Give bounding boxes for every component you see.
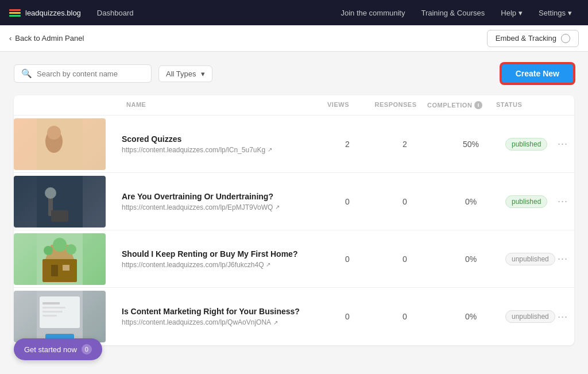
row-url: https://content.leadquizzes.com/lp/lCn_5… <box>122 146 317 154</box>
main-content: 🔍 All Types ▾ Create New NAME VIEWS RESP… <box>0 52 588 374</box>
external-link-icon[interactable]: ↗ <box>266 261 270 268</box>
settings-link[interactable]: Settings ▾ <box>532 5 579 21</box>
help-link[interactable]: Help ▾ <box>494 5 529 21</box>
row-status: unpublished <box>505 253 551 265</box>
search-input[interactable] <box>37 70 144 78</box>
svg-point-14 <box>66 244 76 255</box>
row-url: https://content.leadquizzes.com/lp/QwAoV… <box>122 318 317 326</box>
external-link-icon[interactable]: ↗ <box>275 204 280 210</box>
toolbar: 🔍 All Types ▾ Create New <box>14 63 574 84</box>
dropdown-chevron-icon: ▾ <box>201 70 205 78</box>
svg-rect-19 <box>42 311 63 313</box>
row-info: Should I Keep Renting or Buy My First Ho… <box>117 242 322 276</box>
row-completion: 0% <box>436 255 505 264</box>
get-started-button[interactable]: Get started now 0 <box>14 338 102 360</box>
table-row: Are You Overtraining Or Undertraining? h… <box>14 173 574 230</box>
row-thumbnail <box>14 176 106 228</box>
row-info: Are You Overtraining Or Undertraining? h… <box>117 185 322 218</box>
external-link-icon[interactable]: ↗ <box>273 319 278 326</box>
row-title: Should I Keep Renting or Buy My First Ho… <box>122 249 317 259</box>
top-navigation: leadquizzes.blog Dashboard Join the comm… <box>0 0 588 25</box>
svg-point-2 <box>47 126 61 140</box>
svg-rect-20 <box>42 315 57 317</box>
status-badge: unpublished <box>505 310 555 323</box>
row-views: 0 <box>322 255 373 264</box>
row-views: 0 <box>322 312 373 321</box>
col-header-completion: COMPLETION i <box>427 101 496 109</box>
row-url: https://content.leadquizzes.com/lp/EpMJT… <box>122 203 317 211</box>
svg-rect-11 <box>63 265 69 271</box>
status-badge: unpublished <box>505 253 555 265</box>
svg-rect-17 <box>42 302 60 304</box>
svg-rect-10 <box>51 265 58 276</box>
row-views: 2 <box>322 140 373 149</box>
type-filter-dropdown[interactable]: All Types ▾ <box>158 65 212 82</box>
row-thumbnail <box>14 291 106 342</box>
table-row: Scored Quizzes https://content.leadquizz… <box>14 115 574 173</box>
row-title: Are You Overtraining Or Undertraining? <box>122 192 317 201</box>
training-courses-link[interactable]: Training & Courses <box>414 5 492 21</box>
settings-chevron-icon: ▾ <box>568 9 572 17</box>
row-info: Scored Quizzes https://content.leadquizz… <box>117 128 322 161</box>
col-header-name: NAME <box>126 101 312 109</box>
row-title: Scored Quizzes <box>122 134 317 144</box>
help-chevron-icon: ▾ <box>519 9 523 17</box>
thumb-svg <box>37 118 83 170</box>
row-status: published <box>505 195 551 208</box>
create-new-button[interactable]: Create New <box>501 63 574 84</box>
get-started-badge: 0 <box>82 344 92 354</box>
row-completion: 0% <box>436 312 505 321</box>
svg-rect-8 <box>42 259 77 282</box>
row-more-button[interactable]: ··· <box>551 311 574 323</box>
row-completion: 0% <box>436 197 505 206</box>
nav-links: Join the community Training & Courses He… <box>334 5 579 21</box>
row-more-button[interactable]: ··· <box>551 253 574 265</box>
logo[interactable]: leadquizzes.blog <box>9 9 81 17</box>
back-to-admin-link[interactable]: ‹ Back to Admin Panel <box>9 34 487 43</box>
row-thumbnail <box>14 233 106 285</box>
search-wrap: 🔍 <box>14 64 152 83</box>
dashboard-link[interactable]: Dashboard <box>90 9 141 17</box>
row-status: unpublished <box>505 310 551 323</box>
col-header-actions <box>542 101 565 109</box>
embed-circle-icon <box>561 34 570 43</box>
status-badge: published <box>505 138 547 151</box>
row-info: Is Content Marketing Right for Your Busi… <box>117 300 322 333</box>
row-more-button[interactable]: ··· <box>551 195 574 207</box>
row-completion: 50% <box>436 140 505 149</box>
row-url: https://content.leadquizzes.com/lp/J6fuk… <box>122 261 317 269</box>
logo-text: leadquizzes.blog <box>25 9 81 17</box>
row-thumbnail <box>14 118 106 170</box>
back-arrow-icon: ‹ <box>9 34 11 43</box>
external-link-icon[interactable]: ↗ <box>268 146 272 153</box>
thumb-svg <box>37 291 83 342</box>
thumb-svg <box>37 176 83 228</box>
embed-tracking-button[interactable]: Embed & Tracking <box>487 30 579 47</box>
row-responses: 2 <box>373 140 436 149</box>
col-header-thumb <box>23 101 126 109</box>
svg-point-13 <box>44 246 53 255</box>
row-views: 0 <box>322 197 373 206</box>
table-header: NAME VIEWS RESPONSES COMPLETION i STATUS <box>14 95 574 115</box>
svg-point-12 <box>53 238 67 252</box>
row-title: Is Content Marketing Right for Your Busi… <box>122 307 317 316</box>
table-row: Should I Keep Renting or Buy My First Ho… <box>14 230 574 288</box>
col-header-status: STATUS <box>496 101 542 109</box>
logo-icon <box>9 9 21 17</box>
row-responses: 0 <box>373 312 436 321</box>
row-responses: 0 <box>373 255 436 264</box>
search-icon: 🔍 <box>21 68 32 79</box>
col-header-views: VIEWS <box>312 101 364 109</box>
svg-rect-18 <box>42 307 65 309</box>
row-status: published <box>505 138 551 151</box>
table-row: Is Content Marketing Right for Your Busi… <box>14 288 574 345</box>
svg-point-5 <box>45 187 56 199</box>
thumb-svg <box>37 233 83 285</box>
status-badge: published <box>505 195 547 208</box>
completion-info-icon: i <box>474 101 482 109</box>
content-table: NAME VIEWS RESPONSES COMPLETION i STATUS… <box>14 95 574 345</box>
svg-rect-6 <box>51 210 68 222</box>
row-more-button[interactable]: ··· <box>551 138 574 150</box>
join-community-link[interactable]: Join the community <box>334 5 412 21</box>
row-responses: 0 <box>373 197 436 206</box>
